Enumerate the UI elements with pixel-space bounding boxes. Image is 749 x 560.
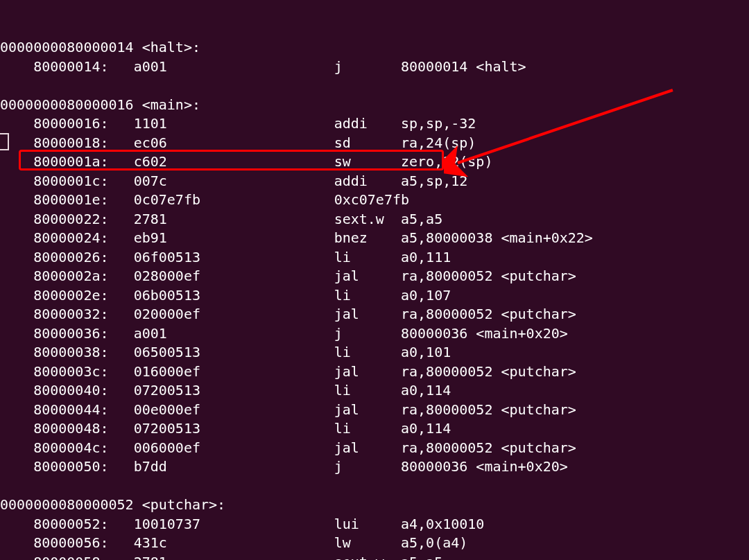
disasm-row: 8000001e: 0c07e7fb 0xc07e7fb: [0, 191, 749, 210]
disasm-row: 8000004c: 006000ef jal ra,80000052 <putc…: [0, 439, 749, 458]
disasm-row: 80000048: 07200513 li a0,114: [0, 419, 749, 439]
disasm-row: 80000018: ec06 sd ra,24(sp): [0, 134, 749, 153]
section-header: 0000000080000014 <halt>:: [0, 38, 749, 58]
disasm-row: 8000002e: 06b00513 li a0,107: [0, 286, 749, 306]
disasm-row: 80000038: 06500513 li a0,101: [0, 343, 749, 362]
disasm-row: 80000026: 06f00513 li a0,111: [0, 248, 749, 268]
disasm-row: 80000014: a001 j 80000014 <halt>: [0, 58, 749, 77]
disasm-row: 8000001c: 007c addi a5,sp,12: [0, 172, 749, 191]
disasm-row: 80000050: b7dd j 80000036 <main+0x20>: [0, 457, 749, 477]
disasm-row: 80000056: 431c lw a5,0(a4): [0, 534, 749, 553]
disasm-row: 80000032: 020000ef jal ra,80000052 <putc…: [0, 305, 749, 324]
disasm-row: 80000022: 2781 sext.w a5,a5: [0, 210, 749, 229]
terminal-screen: 0000000080000014 <halt>: 80000014: a001 …: [0, 0, 749, 560]
terminal-cursor: [0, 133, 9, 150]
disasm-row: 80000016: 1101 addi sp,sp,-32: [0, 114, 749, 134]
blank-row: [0, 76, 749, 96]
disasm-row: 80000040: 07200513 li a0,114: [0, 381, 749, 401]
disasm-row: 8000001a: c602 sw zero,12(sp): [0, 152, 749, 172]
section-header: 0000000080000016 <main>:: [0, 96, 749, 115]
disasm-row: 80000036: a001 j 80000036 <main+0x20>: [0, 324, 749, 344]
blank-row: [0, 477, 749, 496]
section-header: 0000000080000052 <putchar>:: [0, 496, 749, 515]
disasm-row: 80000024: eb91 bnez a5,80000038 <main+0x…: [0, 229, 749, 248]
disasm-row: 80000052: 10010737 lui a4,0x10010: [0, 515, 749, 534]
disasm-row: 8000002a: 028000ef jal ra,80000052 <putc…: [0, 267, 749, 286]
disasm-row: 80000044: 00e000ef jal ra,80000052 <putc…: [0, 401, 749, 420]
disasm-row: 8000003c: 016000ef jal ra,80000052 <putc…: [0, 362, 749, 382]
disassembly-listing: 0000000080000014 <halt>: 80000014: a001 …: [0, 38, 749, 560]
disasm-row: 80000058: 2781 sext.w a5,a5: [0, 553, 749, 561]
